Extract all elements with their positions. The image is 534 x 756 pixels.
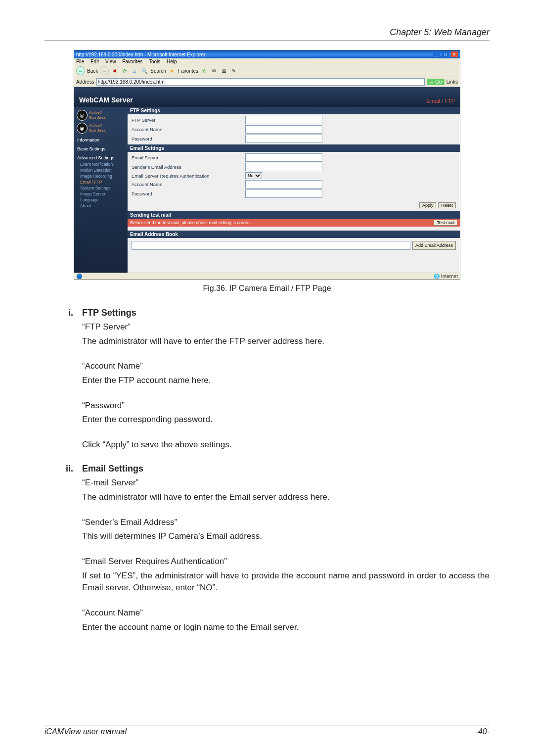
menu-tools[interactable]: Tools [149,59,160,64]
nav-system-settings[interactable]: System Settings [74,185,128,191]
ftp-password-input[interactable] [245,135,322,143]
home-icon[interactable]: ⌂ [131,67,138,75]
main-panel: FTP Settings FTP Server Account Name Pas… [128,107,460,273]
nav-information[interactable]: Information [74,135,128,143]
menu-help[interactable]: Help [167,59,177,64]
menu-favorites[interactable]: Favorites [122,59,142,64]
s2-p4a: “Account Name” [82,607,490,619]
nav-event-notification[interactable]: Event Notification [74,161,128,167]
sidebar: ◎ ActiveX Sun Java ◉ ActiveX Sun Java In… [74,107,128,273]
history-icon[interactable]: ⟲ [200,67,208,75]
s2-p3b: If set to “YES”, the administrator will … [82,570,490,594]
menu-file[interactable]: File [76,59,84,64]
maximize-icon[interactable]: □ [442,51,449,57]
reset-button[interactable]: Reset [438,202,456,208]
internet-zone-icon: 🌐 [434,274,440,279]
minimize-icon[interactable]: _ [433,51,440,57]
ie-addressbar: Address → Go Links [74,77,460,87]
nav-advanced-settings[interactable]: Advanced Settings [74,152,128,161]
s1-p2a: “Account Name” [82,360,490,373]
camera-b-icon[interactable]: ◉ [77,123,88,134]
links-label[interactable]: Links [446,79,458,85]
print-icon[interactable]: 🖶 [220,67,228,75]
footer-right: -40- [476,727,490,736]
apply-button[interactable]: Apply [419,202,437,208]
address-label: Address [76,79,94,85]
email-server-label: Email Server [130,155,245,160]
forward-icon[interactable]: → [100,66,109,75]
section-ftp-settings: i. FTP Settings “FTP Server” The adminis… [44,308,490,451]
mail-icon[interactable]: ✉ [210,67,218,75]
stop-icon[interactable]: ✖ [111,67,119,75]
refresh-icon[interactable]: ⟳ [121,67,129,75]
cam-a-activex[interactable]: ActiveX [89,110,102,115]
cam-a-sunjava[interactable]: Sun Java [89,115,105,120]
email-password-label: Password [130,191,245,196]
close-icon[interactable]: × [451,51,458,57]
email-auth-select[interactable]: No [245,172,262,179]
ftp-account-input[interactable] [245,125,322,134]
add-email-address-button[interactable]: Add Email Address [412,241,456,250]
email-password-input[interactable] [245,189,322,198]
ie-titlebar: http://192.168.0.200/index.htm - Microso… [74,50,460,58]
nav-image-server[interactable]: Image Server [74,191,128,197]
section-email-settings: ii. Email Settings “E-mail Server” The a… [44,464,490,633]
search-label[interactable]: Search [150,68,166,74]
test-mail-button[interactable]: Test mail [434,220,457,226]
nav-motion-detection[interactable]: Motion Detection [74,167,128,173]
email-server-input[interactable] [245,153,322,162]
nav-about[interactable]: About [74,203,128,209]
go-button[interactable]: → Go [427,79,445,85]
cam-b-activex[interactable]: ActiveX [89,123,102,128]
s1-p4: Click “Apply” to save the above settings… [82,439,490,451]
figure-caption: Fig.36. IP Camera Email / FTP Page [44,284,490,293]
nav-language[interactable]: Language [74,197,128,203]
sending-test-mail-header: Sending test mail [128,211,460,219]
address-input[interactable] [96,78,425,86]
nav-email-ftp[interactable]: Email / FTP [74,179,128,185]
ftp-password-label: Password [130,136,245,142]
favorites-label[interactable]: Favorites [178,68,198,74]
section1-num: i. [57,308,73,318]
camera-a-icon[interactable]: ◎ [77,110,88,121]
sender-email-label: Sender's Email Address [130,164,245,170]
s2-p2b: This will determines IP Camera’s Email a… [82,530,490,543]
section2-title: Email Settings [82,464,143,474]
search-icon[interactable]: 🔍 [140,67,148,75]
sender-email-input[interactable] [245,163,322,171]
ftp-settings-header: FTP Settings [128,107,460,114]
status-zone: Internet [441,274,458,279]
nav-basic-settings[interactable]: Basic Settings [74,143,128,152]
s1-p1b: The administrator will have to enter the… [82,335,490,348]
webcam-body: ◎ ActiveX Sun Java ◉ ActiveX Sun Java In… [74,107,460,273]
edit-icon[interactable]: ✎ [230,67,238,75]
section1-title: FTP Settings [82,308,136,318]
email-account-label: Account Name [130,182,245,187]
email-account-input[interactable] [245,180,322,189]
ftp-server-input[interactable] [245,116,322,124]
webcam-titlebar: WebCAM Server Email / FTP [74,87,460,107]
ftp-account-label: Account Name [130,127,245,132]
favorites-icon[interactable]: ★ [168,67,176,75]
s1-p2b: Enter the FTP account name here. [82,375,490,387]
menu-edit[interactable]: Edit [90,59,99,64]
s2-p3a: “Email Server Requires Authentication” [82,556,490,568]
page-footer: iCAMView user manual -40- [44,725,490,736]
test-mail-note: Before send the test mail, please check … [130,220,252,225]
email-address-book-header: Email Address Book [128,231,460,238]
email-address-input[interactable] [132,241,410,250]
s2-p2a: “Sender’s Email Address” [82,517,490,529]
footer-left: iCAMView user manual [44,727,127,736]
email-settings-header: Email Settings [128,144,460,152]
back-label[interactable]: Back [87,68,98,74]
s1-p3a: “Password” [82,400,490,412]
s1-p3b: Enter the corresponding password. [82,414,490,426]
cam-b-sunjava[interactable]: Sun Java [89,128,105,133]
s2-p1a: “E-mail Server” [82,477,490,489]
nav-image-recording[interactable]: Image Recording [74,173,128,179]
ie-toolbar: ← Back → ✖ ⟳ ⌂ 🔍 Search ★ Favorites ⟲ ✉ … [74,65,460,77]
ie-statusbar: 🔵 🌐 Internet [74,273,460,280]
back-icon[interactable]: ← [76,66,85,75]
menu-view[interactable]: View [105,59,116,64]
ie-menubar: File Edit View Favorites Tools Help [74,58,460,65]
